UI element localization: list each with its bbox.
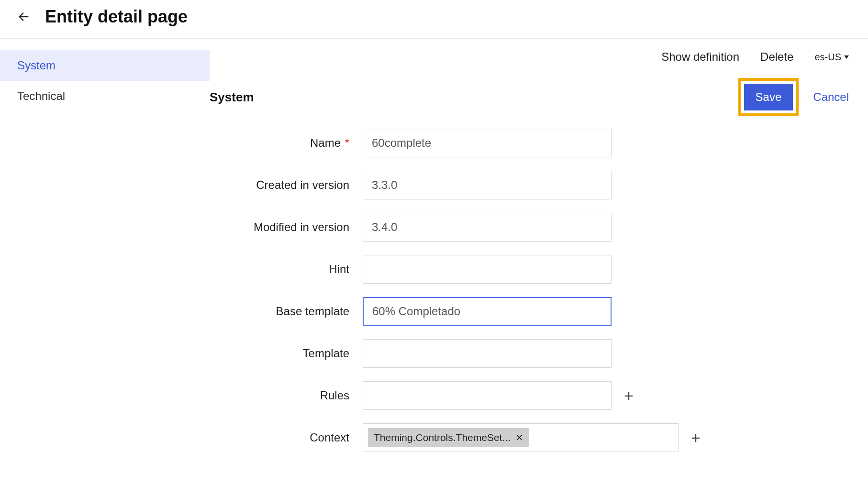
label-rules: Rules <box>238 381 363 403</box>
row-name: Name * <box>238 129 849 157</box>
created-in-version-input[interactable] <box>363 171 612 199</box>
chip-text: Theming.Controls.ThemeSet... <box>374 432 511 443</box>
close-icon: ✕ <box>515 432 523 443</box>
language-label: es-US <box>814 52 841 63</box>
add-context-button[interactable]: + <box>683 423 708 452</box>
plus-icon: + <box>691 429 701 447</box>
row-modified-in-version: Modified in version <box>238 213 849 242</box>
cancel-link[interactable]: Cancel <box>813 90 849 104</box>
show-definition-link[interactable]: Show definition <box>661 50 739 64</box>
top-actions: Show definition Delete es-US <box>210 50 849 64</box>
template-input[interactable] <box>363 339 612 368</box>
modified-in-version-input[interactable] <box>363 213 612 242</box>
sidebar-item-system[interactable]: System <box>0 50 210 81</box>
context-input[interactable]: Theming.Controls.ThemeSet... ✕ <box>363 423 679 452</box>
page-header: Entity detail page <box>0 0 868 39</box>
add-rule-button[interactable]: + <box>616 381 641 410</box>
rules-input[interactable] <box>363 381 612 410</box>
label-context: Context <box>238 423 363 445</box>
section-title: System <box>210 90 254 105</box>
hint-input[interactable] <box>363 255 612 284</box>
sidebar-item-label: System <box>17 59 56 72</box>
main-panel: Show definition Delete es-US System Save… <box>210 39 868 465</box>
label-created-in-version: Created in version <box>238 171 363 192</box>
language-selector[interactable]: es-US <box>814 52 849 63</box>
sidebar-item-label: Technical <box>17 89 65 102</box>
row-hint: Hint <box>238 255 849 284</box>
form-system: Name * Created in version Modified in ve… <box>210 129 849 452</box>
name-input[interactable] <box>363 129 612 157</box>
sidebar: System Technical <box>0 39 210 465</box>
row-base-template: Base template <box>238 297 849 326</box>
label-name: Name * <box>238 129 363 150</box>
save-highlight-frame: Save <box>738 78 799 116</box>
back-button[interactable] <box>14 7 33 26</box>
chip-remove-button[interactable]: ✕ <box>515 433 523 442</box>
plus-icon: + <box>624 386 634 405</box>
chevron-down-icon <box>844 55 849 59</box>
section-header-row: System Save Cancel <box>210 78 849 116</box>
sidebar-item-technical[interactable]: Technical <box>0 81 210 111</box>
label-modified-in-version: Modified in version <box>238 213 363 234</box>
label-hint: Hint <box>238 255 363 276</box>
context-chip: Theming.Controls.ThemeSet... ✕ <box>368 428 529 447</box>
required-marker: * <box>342 136 349 149</box>
label-base-template: Base template <box>238 297 363 319</box>
save-button[interactable]: Save <box>744 84 793 110</box>
row-created-in-version: Created in version <box>238 171 849 199</box>
page-title: Entity detail page <box>45 7 188 27</box>
row-context: Context Theming.Controls.ThemeSet... ✕ + <box>238 423 849 452</box>
label-template: Template <box>238 339 363 361</box>
row-rules: Rules + <box>238 381 849 410</box>
save-cancel-group: Save Cancel <box>738 78 849 116</box>
arrow-left-icon <box>17 10 31 23</box>
row-template: Template <box>238 339 849 368</box>
base-template-input[interactable] <box>363 297 612 326</box>
delete-link[interactable]: Delete <box>760 50 793 64</box>
